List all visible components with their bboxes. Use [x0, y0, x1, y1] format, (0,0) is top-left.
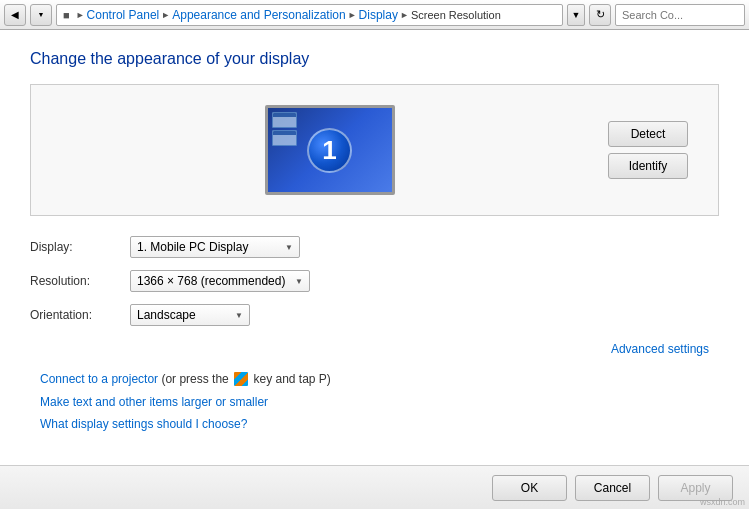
mini-window-2	[272, 130, 297, 146]
breadcrumb-display[interactable]: Display	[359, 8, 398, 22]
back-button[interactable]: ◀	[4, 4, 26, 26]
watermark: wsxdn.com	[700, 497, 745, 507]
display-row: Display: 1. Mobile PC Display ▼	[30, 236, 719, 258]
breadcrumb: ■ ► Control Panel ► Appearance and Perso…	[56, 4, 563, 26]
advanced-settings-link[interactable]: Advanced settings	[611, 342, 709, 356]
ok-button[interactable]: OK	[492, 475, 567, 501]
chevron-down-icon: ▼	[285, 243, 293, 252]
footer: OK Cancel Apply	[0, 465, 749, 509]
mini-window-1	[272, 112, 297, 128]
identify-button[interactable]: Identify	[608, 153, 688, 179]
display-control: 1. Mobile PC Display ▼	[130, 236, 300, 258]
breadcrumb-appearance[interactable]: Appearance and Personalization	[172, 8, 345, 22]
windows-icon: ■	[63, 9, 70, 21]
display-help-row: What display settings should I choose?	[40, 417, 719, 431]
orientation-value: Landscape	[137, 308, 196, 322]
display-dropdown[interactable]: 1. Mobile PC Display ▼	[130, 236, 300, 258]
links-section: Connect to a projector (or press the key…	[30, 372, 719, 431]
main-content: Change the appearance of your display 1	[0, 30, 749, 471]
resolution-row: Resolution: 1366 × 768 (recommended) ▼	[30, 270, 719, 292]
text-size-link[interactable]: Make text and other items larger or smal…	[40, 395, 268, 409]
monitor-area: 1 Detect Identify	[30, 84, 719, 216]
resolution-value: 1366 × 768 (recommended)	[137, 274, 285, 288]
page-title: Change the appearance of your display	[30, 50, 719, 68]
chevron-down-icon: ▼	[295, 277, 303, 286]
chevron-down-icon: ▼	[235, 311, 243, 320]
resolution-label: Resolution:	[30, 274, 130, 288]
monitor-graphic: 1	[265, 105, 395, 195]
advanced-link-row: Advanced settings	[30, 342, 719, 356]
orientation-control: Landscape ▼	[130, 304, 250, 326]
address-bar: ◀ ▼ ■ ► Control Panel ► Appearance and P…	[0, 0, 749, 30]
monitor-buttons: Detect Identify	[608, 121, 688, 179]
projector-text-before: (or press the	[161, 372, 232, 386]
projector-text-after: key and tap P)	[253, 372, 330, 386]
breadcrumb-control-panel[interactable]: Control Panel	[87, 8, 160, 22]
cancel-button[interactable]: Cancel	[575, 475, 650, 501]
search-input[interactable]	[615, 4, 745, 26]
windows-logo-icon	[234, 372, 248, 386]
monitor-screen: 1	[265, 105, 395, 195]
breadcrumb-current: Screen Resolution	[411, 9, 501, 21]
text-size-row: Make text and other items larger or smal…	[40, 395, 719, 409]
resolution-control: 1366 × 768 (recommended) ▼	[130, 270, 310, 292]
orientation-dropdown[interactable]: Landscape ▼	[130, 304, 250, 326]
settings-section: Display: 1. Mobile PC Display ▼ Resoluti…	[30, 236, 719, 326]
mini-windows	[272, 112, 297, 146]
resolution-dropdown[interactable]: 1366 × 768 (recommended) ▼	[130, 270, 310, 292]
detect-button[interactable]: Detect	[608, 121, 688, 147]
monitor-container: 1	[51, 105, 608, 195]
recent-pages-button[interactable]: ▼	[30, 4, 52, 26]
orientation-label: Orientation:	[30, 308, 130, 322]
display-label: Display:	[30, 240, 130, 254]
connect-projector-link[interactable]: Connect to a projector	[40, 372, 158, 386]
display-help-link[interactable]: What display settings should I choose?	[40, 417, 247, 431]
breadcrumb-dropdown-button[interactable]: ▼	[567, 4, 585, 26]
display-value: 1. Mobile PC Display	[137, 240, 248, 254]
monitor-badge: 1	[307, 128, 352, 173]
refresh-button[interactable]: ↻	[589, 4, 611, 26]
projector-row: Connect to a projector (or press the key…	[40, 372, 719, 387]
orientation-row: Orientation: Landscape ▼	[30, 304, 719, 326]
